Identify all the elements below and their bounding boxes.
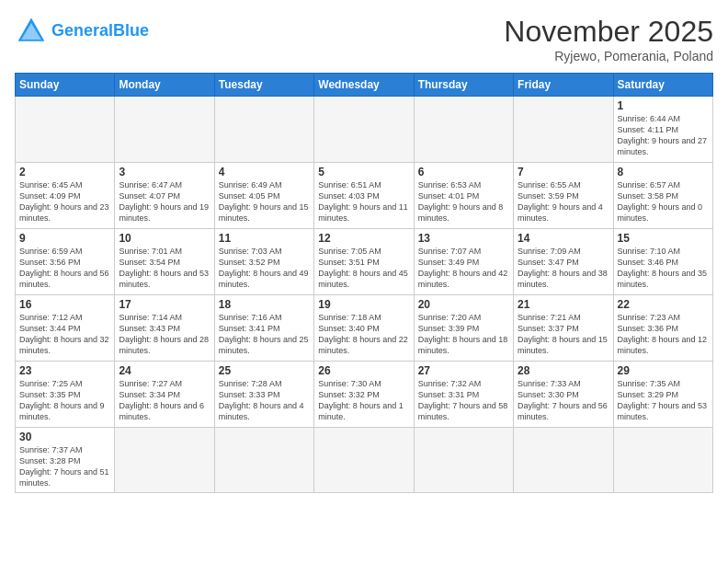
table-row: [314, 97, 414, 163]
page: GeneralBlue November 2025 Ryjewo, Pomera…: [0, 0, 728, 563]
table-row: [613, 428, 712, 493]
day-number: 3: [119, 166, 210, 178]
table-row: 26Sunrise: 7:30 AM Sunset: 3:32 PM Dayli…: [314, 362, 414, 428]
table-row: 8Sunrise: 6:57 AM Sunset: 3:58 PM Daylig…: [613, 163, 712, 229]
day-number: 15: [618, 232, 709, 245]
day-number: 19: [318, 298, 409, 311]
table-row: [514, 428, 613, 493]
day-info: Sunrise: 7:14 AM Sunset: 3:43 PM Dayligh…: [119, 312, 210, 357]
day-number: 2: [19, 166, 110, 178]
col-saturday: Saturday: [613, 74, 712, 97]
table-row: 3Sunrise: 6:47 AM Sunset: 4:07 PM Daylig…: [115, 163, 214, 229]
day-number: 23: [19, 364, 110, 377]
table-row: 23Sunrise: 7:25 AM Sunset: 3:35 PM Dayli…: [16, 362, 115, 428]
day-info: Sunrise: 6:53 AM Sunset: 4:01 PM Dayligh…: [418, 179, 509, 224]
day-number: 4: [219, 166, 310, 178]
table-row: 13Sunrise: 7:07 AM Sunset: 3:49 PM Dayli…: [414, 229, 513, 295]
table-row: 19Sunrise: 7:18 AM Sunset: 3:40 PM Dayli…: [314, 295, 414, 362]
day-number: 6: [418, 166, 509, 178]
day-number: 27: [418, 364, 509, 377]
col-monday: Monday: [115, 74, 214, 97]
calendar-table: Sunday Monday Tuesday Wednesday Thursday…: [15, 73, 713, 493]
day-info: Sunrise: 7:01 AM Sunset: 3:54 PM Dayligh…: [119, 246, 210, 291]
day-number: 17: [119, 298, 210, 311]
day-info: Sunrise: 7:16 AM Sunset: 3:41 PM Dayligh…: [219, 312, 310, 357]
day-number: 1: [618, 99, 709, 112]
day-number: 28: [518, 364, 609, 377]
table-row: 4Sunrise: 6:49 AM Sunset: 4:05 PM Daylig…: [214, 163, 313, 229]
table-row: 16Sunrise: 7:12 AM Sunset: 3:44 PM Dayli…: [16, 295, 115, 362]
day-number: 9: [19, 232, 110, 245]
table-row: 27Sunrise: 7:32 AM Sunset: 3:31 PM Dayli…: [414, 362, 513, 428]
day-info: Sunrise: 7:20 AM Sunset: 3:39 PM Dayligh…: [418, 312, 509, 357]
day-number: 20: [418, 298, 509, 311]
day-info: Sunrise: 6:47 AM Sunset: 4:07 PM Dayligh…: [119, 179, 210, 224]
table-row: 21Sunrise: 7:21 AM Sunset: 3:37 PM Dayli…: [514, 295, 613, 362]
day-info: Sunrise: 7:33 AM Sunset: 3:30 PM Dayligh…: [518, 378, 609, 423]
day-info: Sunrise: 7:27 AM Sunset: 3:34 PM Dayligh…: [119, 378, 210, 423]
table-row: 28Sunrise: 7:33 AM Sunset: 3:30 PM Dayli…: [514, 362, 613, 428]
day-info: Sunrise: 7:10 AM Sunset: 3:46 PM Dayligh…: [618, 246, 709, 291]
table-row: [115, 97, 214, 163]
table-row: 29Sunrise: 7:35 AM Sunset: 3:29 PM Dayli…: [613, 362, 712, 428]
logo: GeneralBlue: [15, 15, 149, 48]
day-number: 12: [318, 232, 409, 245]
day-number: 16: [19, 298, 110, 311]
day-info: Sunrise: 6:55 AM Sunset: 3:59 PM Dayligh…: [518, 179, 609, 224]
table-row: [514, 97, 613, 163]
table-row: 14Sunrise: 7:09 AM Sunset: 3:47 PM Dayli…: [514, 229, 613, 295]
table-row: 15Sunrise: 7:10 AM Sunset: 3:46 PM Dayli…: [613, 229, 712, 295]
logo-icon: [15, 15, 48, 48]
day-number: 18: [219, 298, 310, 311]
day-number: 14: [518, 232, 609, 245]
col-wednesday: Wednesday: [314, 74, 414, 97]
day-number: 5: [318, 166, 409, 178]
calendar-header-row: Sunday Monday Tuesday Wednesday Thursday…: [16, 74, 713, 97]
day-info: Sunrise: 7:35 AM Sunset: 3:29 PM Dayligh…: [618, 378, 709, 423]
day-number: 10: [119, 232, 210, 245]
table-row: [16, 97, 115, 163]
day-number: 29: [618, 364, 709, 377]
day-info: Sunrise: 7:32 AM Sunset: 3:31 PM Dayligh…: [418, 378, 509, 423]
table-row: 1Sunrise: 6:44 AM Sunset: 4:11 PM Daylig…: [613, 97, 712, 163]
day-info: Sunrise: 6:51 AM Sunset: 4:03 PM Dayligh…: [318, 179, 409, 224]
day-info: Sunrise: 7:07 AM Sunset: 3:49 PM Dayligh…: [418, 246, 509, 291]
day-info: Sunrise: 7:09 AM Sunset: 3:47 PM Dayligh…: [518, 246, 609, 291]
table-row: 30Sunrise: 7:37 AM Sunset: 3:28 PM Dayli…: [16, 428, 115, 493]
day-number: 21: [518, 298, 609, 311]
day-number: 26: [318, 364, 409, 377]
table-row: 6Sunrise: 6:53 AM Sunset: 4:01 PM Daylig…: [414, 163, 513, 229]
day-number: 7: [518, 166, 609, 178]
day-number: 8: [618, 166, 709, 178]
day-info: Sunrise: 7:28 AM Sunset: 3:33 PM Dayligh…: [219, 378, 310, 423]
day-info: Sunrise: 6:44 AM Sunset: 4:11 PM Dayligh…: [618, 113, 709, 158]
day-info: Sunrise: 7:37 AM Sunset: 3:28 PM Dayligh…: [19, 444, 110, 489]
table-row: [214, 428, 313, 493]
table-row: 25Sunrise: 7:28 AM Sunset: 3:33 PM Dayli…: [214, 362, 313, 428]
table-row: 24Sunrise: 7:27 AM Sunset: 3:34 PM Dayli…: [115, 362, 214, 428]
table-row: 9Sunrise: 6:59 AM Sunset: 3:56 PM Daylig…: [16, 229, 115, 295]
day-info: Sunrise: 7:18 AM Sunset: 3:40 PM Dayligh…: [318, 312, 409, 357]
col-tuesday: Tuesday: [214, 74, 313, 97]
day-info: Sunrise: 6:49 AM Sunset: 4:05 PM Dayligh…: [219, 179, 310, 224]
col-sunday: Sunday: [16, 74, 115, 97]
col-thursday: Thursday: [414, 74, 513, 97]
day-info: Sunrise: 6:59 AM Sunset: 3:56 PM Dayligh…: [19, 246, 110, 291]
month-title: November 2025: [504, 15, 713, 49]
table-row: 10Sunrise: 7:01 AM Sunset: 3:54 PM Dayli…: [115, 229, 214, 295]
table-row: 11Sunrise: 7:03 AM Sunset: 3:52 PM Dayli…: [214, 229, 313, 295]
table-row: 18Sunrise: 7:16 AM Sunset: 3:41 PM Dayli…: [214, 295, 313, 362]
table-row: 12Sunrise: 7:05 AM Sunset: 3:51 PM Dayli…: [314, 229, 414, 295]
day-info: Sunrise: 7:25 AM Sunset: 3:35 PM Dayligh…: [19, 378, 110, 423]
day-info: Sunrise: 7:03 AM Sunset: 3:52 PM Dayligh…: [219, 246, 310, 291]
day-info: Sunrise: 7:05 AM Sunset: 3:51 PM Dayligh…: [318, 246, 409, 291]
day-info: Sunrise: 6:57 AM Sunset: 3:58 PM Dayligh…: [618, 179, 709, 224]
day-info: Sunrise: 6:45 AM Sunset: 4:09 PM Dayligh…: [19, 179, 110, 224]
day-info: Sunrise: 7:21 AM Sunset: 3:37 PM Dayligh…: [518, 312, 609, 357]
table-row: 5Sunrise: 6:51 AM Sunset: 4:03 PM Daylig…: [314, 163, 414, 229]
table-row: [214, 97, 313, 163]
day-info: Sunrise: 7:30 AM Sunset: 3:32 PM Dayligh…: [318, 378, 409, 423]
table-row: [414, 428, 513, 493]
day-info: Sunrise: 7:12 AM Sunset: 3:44 PM Dayligh…: [19, 312, 110, 357]
table-row: 2Sunrise: 6:45 AM Sunset: 4:09 PM Daylig…: [16, 163, 115, 229]
